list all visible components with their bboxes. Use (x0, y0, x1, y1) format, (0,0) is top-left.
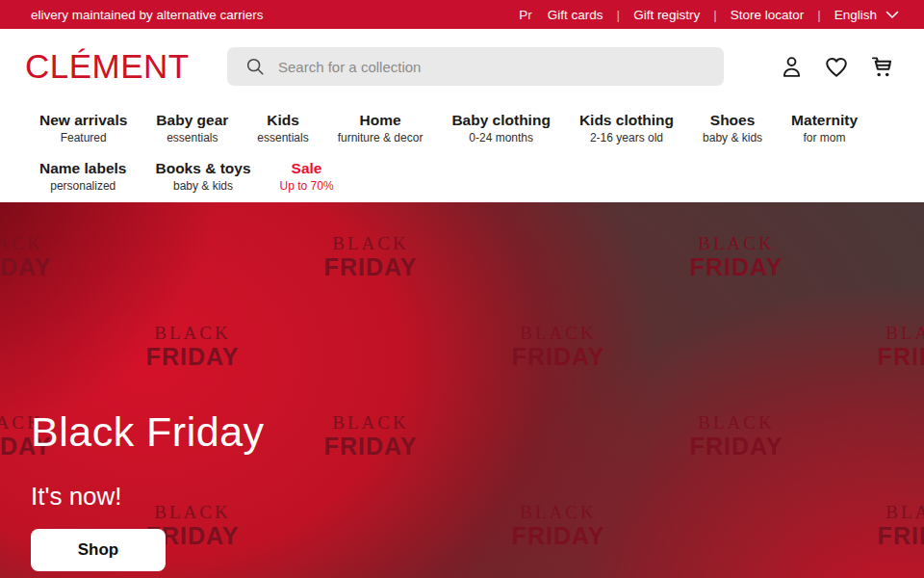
divider: | (617, 8, 621, 22)
nav-item-kids-clothing[interactable]: Kids clothing2-16 years old (565, 112, 688, 144)
watermark-line2: FRIDAY (146, 345, 240, 369)
announcement-link[interactable]: elivery maintained by alternative carrie… (31, 8, 264, 22)
header-actions (779, 53, 895, 80)
black-friday-watermark: BLACKFRIDAY (0, 234, 51, 279)
nav-item-label: Home (338, 112, 424, 129)
watermark-line1: BLACK (512, 503, 605, 521)
brand-logo[interactable]: CLÉMENT (25, 47, 189, 87)
watermark-line2: FRIDAY (324, 255, 418, 279)
nav-item-label: Kids (257, 112, 308, 129)
watermark-line2: FRIDAY (690, 434, 783, 459)
announcement-fragment: Pr (519, 8, 532, 22)
nav-item-label: Baby gear (156, 112, 228, 129)
nav-item-sublabel: Featured (39, 131, 127, 144)
nav-item-sublabel: baby & kids (703, 131, 762, 144)
divider: | (817, 8, 821, 22)
nav-item-sublabel: 2-16 years old (579, 131, 674, 144)
watermark-line1: BLACK (690, 234, 783, 252)
search-input[interactable] (278, 59, 710, 75)
watermark-line1: BLACK (324, 234, 418, 252)
watermark-line2: FRIDAY (512, 524, 605, 548)
site-header: CLÉMENT (0, 29, 924, 104)
account-button[interactable] (779, 54, 805, 80)
nav-item-label: Kids clothing (579, 112, 674, 129)
account-icon (779, 54, 805, 80)
black-friday-watermark: BLACKFRIDAY (512, 324, 605, 369)
black-friday-watermark: BLACKFRIDAY (878, 503, 924, 548)
cart-icon (868, 53, 895, 80)
nav-item-label: New arrivals (39, 112, 127, 129)
nav-item-baby-gear[interactable]: Baby gearessentials (141, 112, 243, 144)
gift-cards-link[interactable]: Gift cards (548, 8, 603, 22)
nav-item-sublabel: 0-24 months (451, 131, 550, 144)
announcement-ticker: elivery maintained by alternative carrie… (31, 8, 532, 22)
nav-item-label: Name labels (39, 160, 126, 177)
nav-item-new-arrivals[interactable]: New arrivalsFeatured (25, 112, 141, 144)
watermark-line1: BLACK (690, 413, 783, 432)
hero-subtitle: It's now! (31, 483, 265, 511)
nav-item-label: Books & toys (155, 160, 250, 177)
nav-item-shoes[interactable]: Shoesbaby & kids (688, 112, 777, 144)
nav-item-sale[interactable]: SaleUp to 70% (266, 160, 348, 193)
black-friday-watermark: BLACKFRIDAY (324, 413, 418, 459)
heart-icon (823, 53, 850, 80)
black-friday-watermark: BLACKFRIDAY (690, 413, 783, 459)
nav-item-label: Sale (280, 160, 334, 177)
black-friday-watermark: BLACKFRIDAY (690, 234, 783, 279)
watermark-line1: BLACK (324, 413, 418, 432)
black-friday-watermark: BLACKFRIDAY (146, 324, 240, 369)
main-nav-list: New arrivalsFeaturedBaby gearessentialsK… (25, 112, 899, 193)
nav-item-name-labels[interactable]: Name labelspersonalized (25, 160, 141, 193)
hero-banner: BLACKFRIDAYBLACKFRIDAYBLACKFRIDAYBLACKFR… (0, 202, 924, 578)
nav-item-kids[interactable]: Kidsessentials (243, 112, 322, 144)
hero-content: Black Friday It's now! Shop (31, 409, 265, 571)
nav-item-maternity[interactable]: Maternityfor mom (777, 112, 872, 144)
nav-item-label: Shoes (703, 112, 762, 129)
watermark-line1: BLACK (878, 503, 924, 521)
topbar-menu: Gift cards | Gift registry | Store locat… (548, 8, 899, 22)
nav-item-home[interactable]: Homefurniture & decor (323, 112, 438, 144)
black-friday-watermark: BLACKFRIDAY (324, 234, 418, 279)
gift-registry-link[interactable]: Gift registry (633, 8, 700, 22)
nav-item-sublabel: personalized (39, 179, 126, 193)
store-locator-link[interactable]: Store locator (731, 8, 805, 22)
watermark-line1: BLACK (512, 324, 605, 342)
nav-item-sublabel: essentials (156, 131, 228, 144)
watermark-line1: BLACK (146, 324, 240, 342)
nav-item-sublabel: furniture & decor (338, 131, 424, 144)
divider: | (713, 8, 717, 22)
black-friday-watermark: BLACKFRIDAY (878, 324, 924, 369)
watermark-line2: FRIDAY (690, 255, 783, 279)
nav-item-baby-clothing[interactable]: Baby clothing0-24 months (437, 112, 564, 144)
watermark-line1: BLACK (878, 324, 924, 342)
watermark-line2: FRIDAY (878, 345, 924, 369)
search-bar[interactable] (227, 47, 724, 86)
chevron-down-icon (886, 11, 899, 19)
nav-item-label: Baby clothing (451, 112, 550, 129)
black-friday-watermark: BLACKFRIDAY (512, 503, 605, 548)
watermark-line1: BLACK (0, 234, 51, 252)
nav-item-sublabel: for mom (791, 131, 858, 144)
language-selector[interactable]: English (834, 8, 899, 22)
cart-button[interactable] (868, 53, 895, 80)
search-icon (244, 56, 266, 77)
announcement-bar: elivery maintained by alternative carrie… (0, 0, 924, 29)
shop-button[interactable]: Shop (31, 529, 166, 571)
main-nav: New arrivalsFeaturedBaby gearessentialsK… (0, 104, 924, 202)
watermark-line2: FRIDAY (878, 524, 924, 548)
nav-item-label: Maternity (791, 112, 858, 129)
hero-title: Black Friday (31, 409, 265, 455)
nav-item-sublabel: baby & kids (155, 179, 250, 193)
nav-item-books-toys[interactable]: Books & toysbaby & kids (141, 160, 265, 193)
nav-item-sublabel: essentials (257, 131, 308, 144)
nav-item-sublabel: Up to 70% (280, 179, 334, 193)
watermark-line2: FRIDAY (0, 255, 51, 279)
watermark-line2: FRIDAY (512, 345, 605, 369)
wishlist-button[interactable] (823, 53, 850, 80)
language-label: English (834, 8, 877, 22)
watermark-line2: FRIDAY (324, 434, 418, 459)
